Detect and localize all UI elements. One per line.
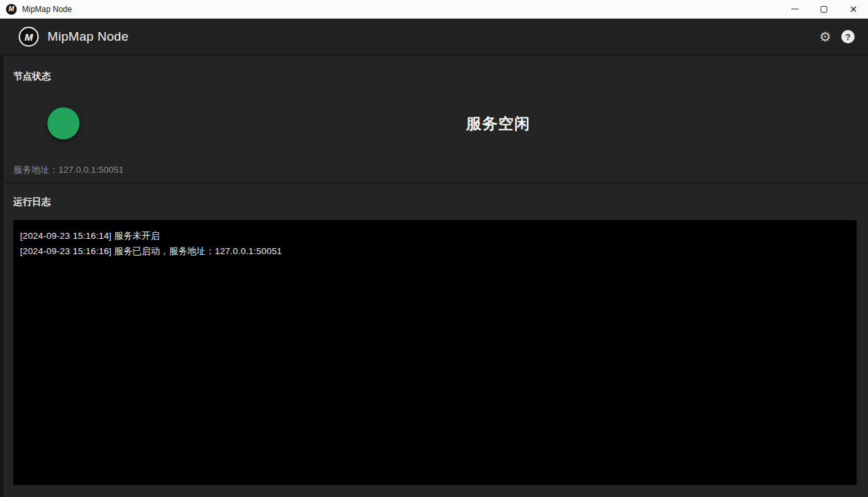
service-status-text: 服务空闲 (466, 113, 530, 134)
window-title: MipMap Node (22, 5, 72, 14)
close-icon: ✕ (849, 5, 857, 14)
log-section-title: 运行日志 (13, 196, 51, 208)
header-actions: ⚙ ? (817, 29, 855, 45)
log-entry: [2024-09-23 15:16:14] 服务未开启 (20, 228, 850, 243)
status-indicator-light (47, 107, 79, 139)
app-title: MipMap Node (47, 29, 129, 44)
minimize-button[interactable] (780, 0, 809, 18)
window-controls: ✕ (780, 0, 868, 18)
log-entry: [2024-09-23 15:16:16] 服务已启动，服务地址：127.0.0… (20, 243, 850, 259)
help-icon[interactable]: ? (841, 30, 855, 43)
log-output-area[interactable]: [2024-09-23 15:16:14] 服务未开启 [2024-09-23 … (13, 220, 857, 485)
maximize-icon (821, 6, 827, 13)
close-button[interactable]: ✕ (839, 0, 868, 18)
settings-gear-icon[interactable]: ⚙ (817, 29, 833, 45)
node-status-section-title: 节点状态 (13, 71, 51, 83)
maximize-button[interactable] (809, 0, 839, 18)
app-logo-icon: M (19, 27, 39, 47)
app-icon: M (6, 4, 17, 15)
service-address: 服务地址：127.0.0.1:50051 (13, 164, 124, 176)
titlebar: M MipMap Node ✕ (0, 0, 868, 19)
titlebar-left: M MipMap Node (0, 4, 780, 15)
section-divider (0, 182, 868, 183)
left-edge-border (0, 56, 3, 497)
minimize-icon (791, 9, 799, 10)
app-header: M MipMap Node ⚙ ? (0, 19, 868, 56)
main-content: 节点状态 服务空闲 服务地址：127.0.0.1:50051 运行日志 [202… (0, 56, 868, 497)
